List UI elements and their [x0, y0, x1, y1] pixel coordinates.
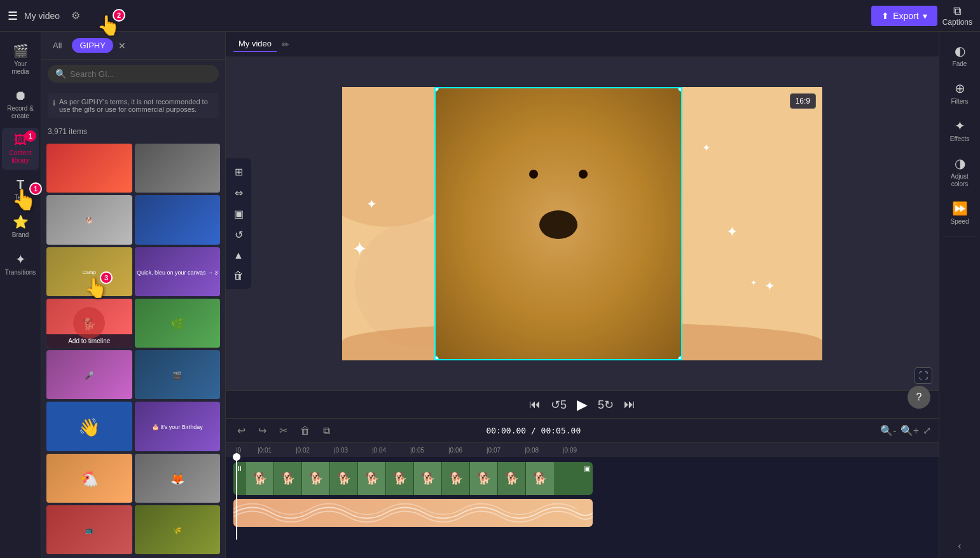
export-icon: ⬆	[881, 11, 889, 21]
gif-item-5[interactable]: Camp	[46, 247, 132, 296]
text-icon: T	[17, 177, 24, 192]
content-library-badge: 1	[25, 130, 36, 142]
gif-item-6[interactable]: Quick, bleu on your canvas → 3	[135, 247, 221, 296]
selection-handle-bl[interactable]	[434, 356, 439, 360]
gif-item-7[interactable]: 🐕 Add to timeline	[46, 299, 132, 348]
gif-thumbnail-10: 🎬	[135, 350, 221, 399]
gif-thumbnail-8: 🌿	[135, 299, 221, 348]
video-tab-my-video[interactable]: My video	[233, 36, 277, 52]
sidebar-item-your-media-label: Your media	[4, 60, 36, 76]
gif-item-14[interactable]: 🦊	[135, 454, 221, 503]
gif-item-1[interactable]	[46, 144, 132, 193]
canvas-area: ⊞ ⇔ ▣ ↺ ▲ 🗑 ✦ ✦ ✦ ✦ ✦	[226, 57, 939, 390]
effects-icon: ✦	[955, 118, 965, 133]
fullscreen-button[interactable]: ⛶	[914, 367, 932, 384]
gif-item-15[interactable]: 📺	[46, 505, 132, 554]
gif-grid: 🐕 Camp Quick, bleu on your canvas → 3 🐕	[41, 140, 225, 558]
sparkle-2: ✦	[702, 142, 710, 154]
duplicate-button[interactable]: ⧉	[319, 423, 334, 439]
remove-tool-btn[interactable]: 🗑	[231, 268, 246, 284]
right-sidebar-effects[interactable]: ✦ Effects	[941, 113, 978, 148]
gif-thumbnail-12: 🎂 It's your Birthday	[135, 402, 221, 451]
sidebar-item-content-library[interactable]: 🖼 Content library 1	[2, 128, 39, 170]
sidebar-item-transitions[interactable]: ✦ Transitions	[2, 247, 39, 282]
gif-item-11[interactable]: 👋	[46, 402, 132, 451]
play-button[interactable]: ▶	[577, 397, 588, 413]
gif-thumbnail-11: 👋	[46, 402, 132, 451]
cut-button[interactable]: ✂	[275, 423, 291, 439]
gif-thumbnail-9: 🎤	[46, 350, 132, 399]
redo-button[interactable]: ↪	[254, 423, 270, 439]
tab-giphy[interactable]: GIPHY	[72, 38, 113, 53]
track-thumbnails: 🐕 🐕 🐕 🐕 🐕 🐕 🐕 🐕 🐕 🐕 🐕	[246, 462, 554, 495]
track-thumb-6: 🐕	[386, 462, 414, 495]
ruler-mark-2: |0:02	[296, 447, 334, 454]
track-thumb-7: 🐕	[414, 462, 442, 495]
gif-item-10[interactable]: 🎬	[135, 350, 221, 399]
undo-button[interactable]: ↩	[233, 423, 249, 439]
skip-back-button[interactable]: ⏮	[529, 398, 541, 411]
sidebar-item-record-create[interactable]: ⏺ Record & create	[2, 83, 39, 125]
rename-tab-btn[interactable]: ✏	[282, 39, 289, 50]
help-button[interactable]: ?	[908, 386, 930, 409]
gif-item-2[interactable]	[135, 144, 221, 193]
fit-timeline-button[interactable]: ⤢	[923, 425, 931, 437]
selection-handle-br[interactable]	[678, 356, 682, 360]
selection-handle-tr[interactable]	[678, 87, 682, 92]
transform-tool-btn[interactable]: ⇔	[231, 184, 246, 201]
rewind-5s-button[interactable]: ↺5	[551, 398, 567, 412]
project-settings-btn[interactable]: ⚙	[66, 7, 85, 24]
crop-tool-btn[interactable]: ⊞	[231, 163, 246, 180]
zoom-in-button[interactable]: 🔍+	[901, 425, 919, 437]
sparkle-4: ✦	[750, 278, 757, 287]
position-tool-btn[interactable]: ▲	[231, 247, 246, 264]
sidebar-item-text[interactable]: T Text	[2, 172, 39, 207]
gif-item-16[interactable]: 🌾	[135, 505, 221, 554]
playhead[interactable]	[236, 457, 237, 540]
sidebar-item-brand[interactable]: ⭐ Brand	[2, 209, 39, 244]
export-chevron-icon: ▾	[923, 11, 927, 21]
forward-5s-button[interactable]: 5↻	[598, 398, 614, 412]
transitions-icon: ✦	[15, 252, 26, 267]
overlay-track[interactable]	[233, 499, 593, 527]
top-bar: ☰ My video ⚙ ⬆ Export ▾ ⧉ Captions	[0, 0, 980, 32]
gif-item-12[interactable]: 🎂 It's your Birthday	[135, 402, 221, 451]
ruler-mark-5: |0:05	[410, 447, 448, 454]
add-to-timeline-btn-7[interactable]: Add to timeline	[46, 334, 132, 348]
search-input[interactable]	[70, 69, 211, 79]
adjust-colors-icon: ◑	[955, 156, 965, 171]
video-tab-bar: My video ✏	[226, 32, 939, 57]
tab-all[interactable]: All	[48, 38, 67, 53]
gif-item-4[interactable]	[135, 195, 221, 244]
delete-button[interactable]: 🗑	[296, 423, 314, 439]
adjust-colors-label: Adjust colors	[944, 173, 976, 188]
right-sidebar-speed[interactable]: ⏩ Speed	[941, 196, 978, 231]
close-giphy-tab[interactable]: ✕	[118, 41, 126, 51]
zoom-out-button[interactable]: 🔍-	[880, 425, 896, 437]
dog-eye-right	[579, 170, 588, 179]
gif-thumbnail-13: 🐔	[46, 454, 132, 503]
right-sidebar-fade[interactable]: ◐ Fade	[941, 38, 978, 73]
rotate-tool-btn[interactable]: ↺	[231, 226, 246, 243]
sidebar-item-your-media[interactable]: 🎬 Your media	[2, 38, 39, 81]
gif-item-9[interactable]: 🎤	[46, 350, 132, 399]
gif-item-8[interactable]: 🌿	[135, 299, 221, 348]
video-track[interactable]: ⏸ 🐕 🐕 🐕 🐕 🐕 🐕 🐕 🐕 🐕 🐕 🐕	[233, 462, 593, 495]
speed-icon: ⏩	[952, 201, 968, 216]
gif-thumbnail-16: 🌾	[135, 505, 221, 554]
brand-icon: ⭐	[13, 214, 29, 229]
gif-item-13[interactable]: 🐔	[46, 454, 132, 503]
collapse-panel-button[interactable]: ‹	[958, 540, 961, 552]
canvas-toolbar: ⊞ ⇔ ▣ ↺ ▲ 🗑	[226, 158, 251, 289]
overlay-tool-btn[interactable]: ▣	[231, 205, 246, 222]
menu-button[interactable]: ☰	[8, 9, 18, 23]
captions-button[interactable]: ⧉ Captions	[942, 4, 972, 27]
video-clip-element[interactable]	[434, 87, 682, 360]
export-button[interactable]: ⬆ Export ▾	[871, 6, 937, 26]
right-sidebar-filters[interactable]: ⊕ Filters	[941, 76, 978, 111]
right-sidebar-adjust-colors[interactable]: ◑ Adjust colors	[941, 151, 978, 193]
skip-forward-button[interactable]: ⏭	[624, 398, 635, 411]
aspect-ratio-badge[interactable]: 16:9	[790, 93, 816, 109]
track-thumb-5: 🐕	[358, 462, 386, 495]
gif-item-3[interactable]: 🐕	[46, 195, 132, 244]
